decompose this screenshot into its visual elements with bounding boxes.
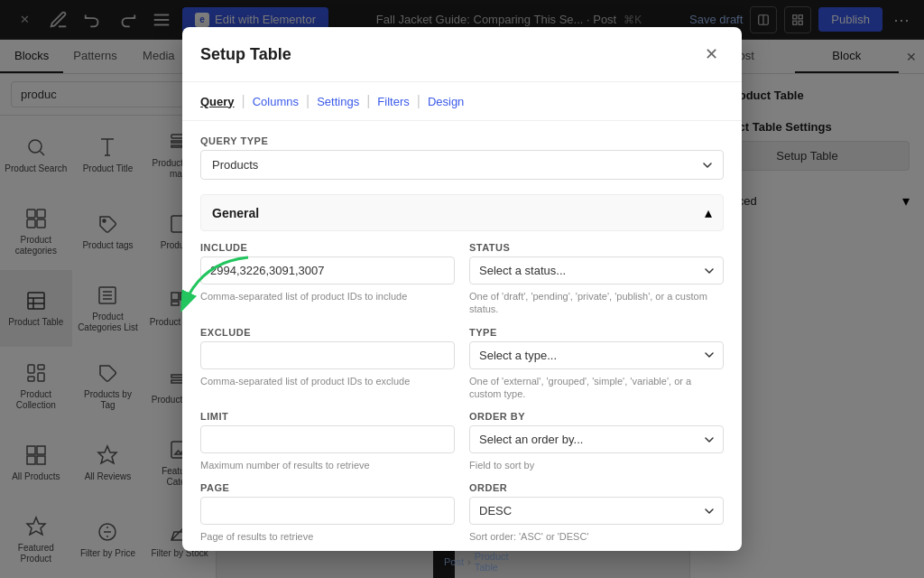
modal-close-button[interactable]: ✕	[698, 42, 724, 67]
type-hint: One of 'external', 'grouped', 'simple', …	[469, 375, 724, 401]
modal-nav-settings[interactable]: Settings	[317, 95, 359, 108]
nav-sep-2: |	[306, 93, 310, 109]
exclude-input[interactable]	[200, 341, 455, 369]
include-status-row: INCLUDE Comma-separated list of product …	[200, 242, 724, 316]
limit-input[interactable]	[200, 425, 455, 453]
modal-nav: Query | Columns | Settings | Filters | D…	[182, 82, 742, 121]
status-group: STATUS Select a status... draft pending …	[469, 242, 724, 316]
page-group: PAGE Page of results to retrieve	[200, 482, 455, 543]
limit-orderby-row: LIMIT Maximum number of results to retri…	[200, 411, 724, 471]
general-title: General	[212, 206, 259, 220]
page-input[interactable]	[200, 497, 455, 525]
limit-label: LIMIT	[200, 411, 455, 422]
include-label: INCLUDE	[200, 242, 455, 253]
modal-nav-filters[interactable]: Filters	[377, 95, 409, 108]
general-section-header[interactable]: General ▴	[200, 194, 724, 231]
status-select[interactable]: Select a status... draft pending private…	[469, 256, 724, 284]
query-type-group: QUERY TYPE Products Orders Subscriptions	[200, 135, 724, 180]
modal-body: QUERY TYPE Products Orders Subscriptions…	[182, 121, 742, 551]
orderby-group: ORDER BY Select an order by... date titl…	[469, 411, 724, 471]
setup-table-modal: Setup Table ✕ Query | Columns | Settings…	[182, 27, 742, 551]
general-section: General ▴ INCLUDE Comma-separated list o…	[200, 194, 724, 551]
modal-overlay[interactable]: Setup Table ✕ Query | Columns | Settings…	[0, 0, 924, 578]
modal-nav-columns[interactable]: Columns	[253, 95, 299, 108]
page-order-row: PAGE Page of results to retrieve ORDER D…	[200, 482, 724, 543]
general-chevron: ▴	[705, 204, 712, 221]
limit-group: LIMIT Maximum number of results to retri…	[200, 411, 455, 471]
order-hint: Sort order: 'ASC' or 'DESC'	[469, 530, 724, 543]
include-hint: Comma-separated list of product IDs to i…	[200, 290, 455, 303]
page-label: PAGE	[200, 482, 455, 493]
orderby-label: ORDER BY	[469, 411, 724, 422]
order-group: ORDER DESC ASC Sort order: 'ASC' or 'DES…	[469, 482, 724, 543]
type-select[interactable]: Select a type... external grouped simple…	[469, 341, 724, 369]
order-select[interactable]: DESC ASC	[469, 497, 724, 525]
page-hint: Page of results to retrieve	[200, 530, 455, 543]
include-group: INCLUDE Comma-separated list of product …	[200, 242, 455, 316]
query-type-label: QUERY TYPE	[200, 135, 724, 146]
orderby-hint: Field to sort by	[469, 459, 724, 471]
exclude-type-row: EXCLUDE Comma-separated list of product …	[200, 327, 724, 401]
nav-sep-4: |	[417, 93, 420, 109]
nav-sep-3: |	[366, 93, 370, 109]
exclude-hint: Comma-separated list of product IDs to e…	[200, 375, 455, 387]
include-input[interactable]	[200, 256, 455, 284]
nav-sep-1: |	[242, 93, 245, 109]
orderby-select[interactable]: Select an order by... date title price	[469, 425, 724, 453]
type-group: TYPE Select a type... external grouped s…	[469, 327, 724, 401]
exclude-group: EXCLUDE Comma-separated list of product …	[200, 327, 455, 401]
type-label: TYPE	[469, 327, 724, 338]
status-label: STATUS	[469, 242, 724, 253]
modal-header: Setup Table ✕	[182, 27, 742, 82]
modal-nav-query[interactable]: Query	[200, 95, 235, 108]
modal-title: Setup Table	[200, 45, 291, 64]
exclude-label: EXCLUDE	[200, 327, 455, 338]
modal-nav-design[interactable]: Design	[428, 95, 464, 108]
order-label: ORDER	[469, 482, 724, 493]
query-type-select[interactable]: Products Orders Subscriptions	[200, 150, 724, 180]
status-hint: One of 'draft', 'pending', 'private', 'p…	[469, 290, 724, 316]
limit-hint: Maximum number of results to retrieve	[200, 459, 455, 471]
